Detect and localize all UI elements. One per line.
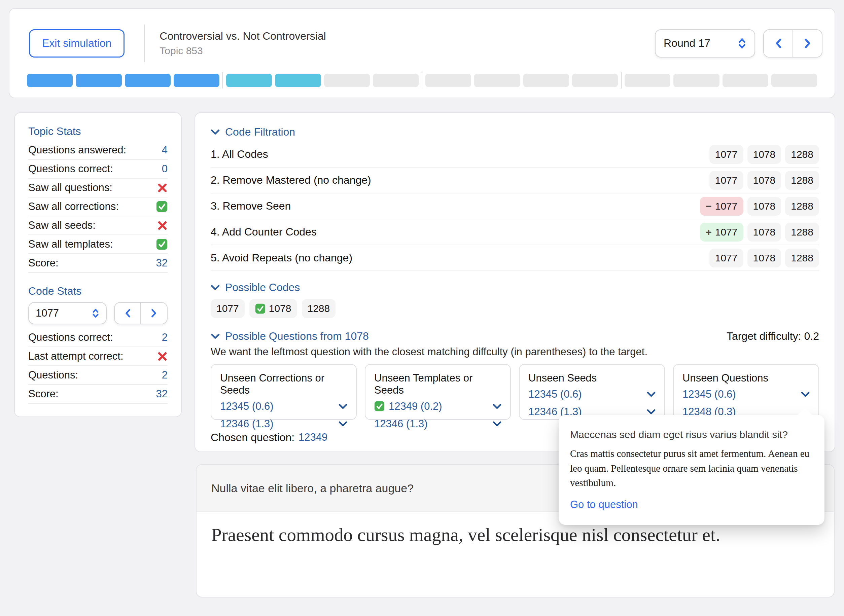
code-chip: 1077: [211, 299, 245, 318]
filtration-step-row: 4. Add Counter Codes+107710781288: [211, 219, 819, 245]
go-to-question-link[interactable]: Go to question: [570, 499, 638, 511]
code-stats-heading: Code Stats: [28, 285, 167, 298]
code-select[interactable]: 1077: [28, 302, 107, 324]
progress-segment-cyan[interactable]: [275, 74, 321, 87]
next-code-button[interactable]: [141, 303, 167, 324]
progress-segment-blue[interactable]: [27, 74, 73, 87]
chevron-down-icon[interactable]: [339, 404, 347, 409]
question-link[interactable]: 12345 (0.6): [220, 400, 274, 412]
popover-question-title: Maecenas sed diam eget risus varius blan…: [570, 429, 813, 440]
progress-segment-gray[interactable]: [324, 74, 370, 87]
code-chip-label: 1078: [753, 201, 776, 212]
question-row-left: 12345 (0.6): [528, 388, 582, 400]
possible-codes-heading: Possible Codes: [225, 281, 300, 294]
chevron-left-icon: [125, 309, 131, 318]
filtration-steps-list: 1. All Codes1077107812882. Remove Master…: [211, 142, 819, 271]
progress-segment-gray[interactable]: [771, 74, 817, 87]
progress-segment-gray[interactable]: [572, 74, 618, 87]
question-pool-card: Unseen Templates or Seeds12349 (0.2)1234…: [365, 364, 511, 420]
code-chip: 1077: [709, 249, 743, 267]
progress-segment-gray[interactable]: [625, 74, 670, 87]
filtration-step-label: 5. Avoid Repeats (no change): [211, 252, 352, 264]
previous-code-button[interactable]: [115, 303, 141, 324]
progress-segment-blue[interactable]: [125, 74, 170, 87]
chevron-down-icon[interactable]: [339, 421, 347, 427]
chevron-left-icon: [775, 38, 782, 48]
code-select-value: 1077: [36, 307, 92, 319]
minus-sign: −: [706, 201, 712, 212]
question-link[interactable]: 12346 (1.3): [374, 418, 428, 430]
stat-row: Questions correct:0: [28, 160, 167, 179]
previous-round-button[interactable]: [764, 30, 793, 57]
progress-segment-gray[interactable]: [523, 74, 569, 87]
progress-segment-gray[interactable]: [373, 74, 418, 87]
chevron-down-icon[interactable]: [647, 392, 656, 397]
stat-value: 32: [156, 257, 167, 269]
progress-segment-blue[interactable]: [76, 74, 122, 87]
question-link[interactable]: 12345 (0.6): [528, 388, 582, 400]
question-row-left: 12345 (0.6): [220, 400, 274, 412]
progress-segment-blue[interactable]: [174, 74, 219, 87]
target-difficulty: Target difficulty: 0.2: [727, 330, 819, 342]
chevron-down-icon[interactable]: [493, 421, 501, 427]
question-pool-title: Unseen Questions: [683, 372, 810, 384]
question-row: 12345 (0.6): [683, 387, 810, 402]
code-chip: 1078: [747, 171, 781, 190]
question-row-left: 12346 (1.3): [220, 418, 274, 430]
stat-label: Saw all templates:: [28, 238, 113, 250]
progress-segment-gray[interactable]: [474, 74, 520, 87]
question-pool-title: Unseen Corrections or Seeds: [220, 372, 347, 396]
question-link[interactable]: 12349 (0.2): [389, 400, 442, 412]
chosen-question-link[interactable]: 12349: [298, 431, 327, 444]
question-preview-popover: Maecenas sed diam eget risus varius blan…: [559, 415, 825, 525]
code-chip-label: 1078: [753, 149, 776, 160]
filtration-step-label: 1. All Codes: [211, 148, 268, 160]
round-progress-bar: [22, 72, 822, 88]
progress-group-divider: [222, 72, 223, 88]
stat-row: Saw all questions:: [28, 179, 167, 198]
question-pool-card: Unseen Corrections or Seeds12345 (0.6)12…: [211, 364, 357, 420]
code-chip: +1077: [700, 223, 743, 242]
select-updown-icon: [92, 308, 99, 318]
question-link[interactable]: 12346 (1.3): [220, 418, 274, 430]
chosen-question-label: Chosen question:: [211, 431, 295, 444]
question-link[interactable]: 12345 (0.6): [683, 388, 736, 400]
stat-label: Questions:: [28, 369, 78, 381]
stat-label: Saw all corrections:: [28, 201, 119, 213]
code-chip-label: 1077: [715, 201, 738, 212]
chevron-down-icon[interactable]: [647, 409, 656, 415]
chevron-right-icon: [151, 309, 157, 318]
code-chip: 1077: [709, 171, 743, 190]
check-icon: [374, 401, 385, 411]
next-round-button[interactable]: [793, 30, 822, 57]
popover-question-body: Cras mattis consectetur purus sit amet f…: [570, 446, 813, 490]
exit-simulation-button[interactable]: Exit simulation: [29, 29, 125, 57]
stat-row: Saw all seeds:: [28, 216, 167, 235]
stat-row: Saw all corrections:: [28, 198, 167, 216]
code-chip: 1078: [747, 223, 781, 242]
possible-questions-toggle[interactable]: Possible Questions from 1078: [211, 330, 369, 342]
chevron-down-icon[interactable]: [801, 392, 810, 397]
stat-value: 2: [162, 369, 167, 381]
code-chip-label: 1288: [791, 149, 813, 160]
stat-row: Score:32: [28, 254, 167, 273]
progress-segment-cyan[interactable]: [226, 74, 272, 87]
question-pool-card: Unseen Seeds12345 (0.6)12346 (1.3): [519, 364, 665, 420]
progress-segment-gray[interactable]: [426, 74, 471, 87]
possible-codes-toggle[interactable]: Possible Codes: [211, 281, 819, 294]
stat-label: Questions correct:: [28, 163, 113, 175]
possible-questions-description: We want the leftmost question with the c…: [211, 346, 819, 358]
code-chip-label: 1078: [753, 252, 776, 264]
possible-questions-header-row: Possible Questions from 1078 Target diff…: [211, 330, 819, 342]
question-row: 12345 (0.6): [220, 399, 347, 414]
code-chip-label: 1077: [216, 303, 239, 314]
progress-segment-gray[interactable]: [674, 74, 719, 87]
question-row: 12346 (1.3): [374, 416, 501, 431]
code-filtration-toggle[interactable]: Code Filtration: [211, 126, 819, 138]
filtration-step-chips: 107710781288: [709, 249, 819, 267]
stat-label: Saw all questions:: [28, 182, 112, 194]
progress-segment-gray[interactable]: [722, 74, 768, 87]
round-select[interactable]: Round 17: [655, 29, 755, 57]
chevron-down-icon[interactable]: [493, 404, 501, 409]
stat-label: Score:: [28, 388, 59, 400]
